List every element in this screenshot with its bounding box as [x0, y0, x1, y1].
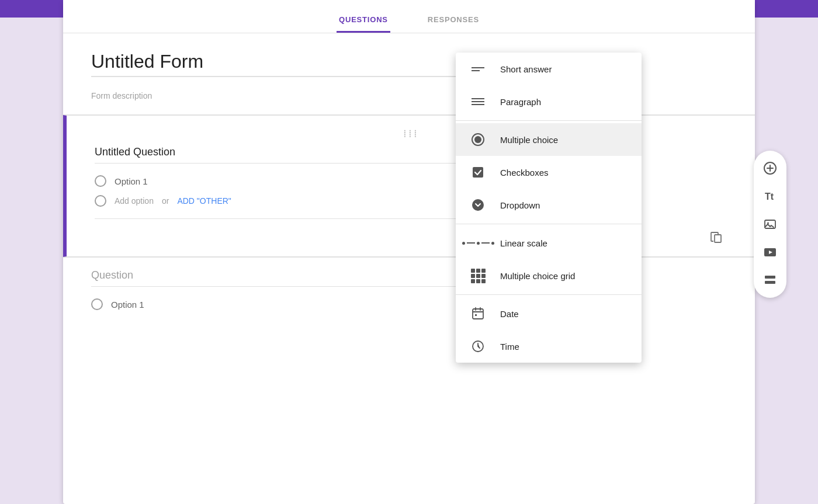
svg-rect-14: [765, 276, 775, 279]
tab-bar: QUESTIONS RESPONSES: [63, 0, 755, 33]
dropdown-label-time: Time: [500, 342, 519, 352]
svg-point-2: [474, 136, 481, 143]
dropdown-item-dropdown[interactable]: Dropdown: [456, 189, 642, 221]
svg-point-11: [767, 223, 769, 224]
dropdown-item-time[interactable]: Time: [456, 330, 642, 363]
linear-scale-icon: [470, 235, 486, 251]
dropdown-item-multiple-choice[interactable]: Multiple choice: [456, 123, 642, 156]
add-other-link[interactable]: ADD "OTHER": [177, 196, 231, 206]
paragraph-icon: [470, 93, 486, 110]
add-video-button[interactable]: [757, 239, 783, 265]
dropdown-item-date[interactable]: Date: [456, 297, 642, 330]
question-type-dropdown: Short answer Paragraph Multiple choice: [456, 53, 642, 363]
radio-add-option: [95, 195, 106, 207]
dropdown-label-linear-scale: Linear scale: [500, 238, 547, 248]
svg-rect-3: [473, 167, 483, 178]
copy-button[interactable]: [706, 226, 727, 247]
svg-rect-0: [715, 235, 721, 242]
inactive-option-label-1: Option 1: [111, 300, 144, 310]
question-card-inactive: Question Option 1: [63, 257, 755, 336]
dropdown-item-checkboxes[interactable]: Checkboxes: [456, 156, 642, 189]
dropdown-item-grid[interactable]: Multiple choice grid: [456, 259, 642, 292]
dropdown-label-paragraph: Paragraph: [500, 97, 541, 107]
add-option-text[interactable]: Add option: [115, 196, 154, 206]
tab-responses[interactable]: RESPONSES: [425, 8, 481, 33]
right-toolbar: Tt: [754, 151, 786, 298]
form-header: Untitled Form Form description: [63, 33, 755, 115]
inactive-radio-option-1: [91, 298, 103, 310]
tab-questions[interactable]: QUESTIONS: [337, 8, 390, 33]
dropdown-divider-2: [456, 224, 642, 224]
add-question-button[interactable]: [757, 155, 783, 181]
svg-point-4: [472, 199, 484, 211]
checkboxes-icon: [470, 164, 486, 180]
add-section-button[interactable]: [757, 267, 783, 293]
time-icon: [470, 338, 486, 354]
radio-option-1: [95, 175, 106, 187]
svg-rect-5: [473, 309, 483, 319]
svg-text:Tt: Tt: [765, 192, 774, 201]
add-image-button[interactable]: [757, 211, 783, 237]
dropdown-label-grid: Multiple choice grid: [500, 271, 575, 281]
dropdown-label-short-answer: Short answer: [500, 64, 552, 74]
question-card-active: ⁞⁞⁞ Untitled Question Option 1 Add optio…: [63, 115, 755, 257]
dropdown-item-paragraph[interactable]: Paragraph: [456, 85, 642, 118]
svg-rect-6: [475, 314, 477, 316]
dropdown-label-date: Date: [500, 309, 519, 319]
short-answer-icon: [470, 61, 486, 77]
dropdown-divider-3: [456, 294, 642, 295]
dropdown-item-short-answer[interactable]: Short answer: [456, 53, 642, 85]
add-option-or: or: [162, 196, 169, 206]
svg-rect-15: [765, 281, 775, 284]
grid-icon: [470, 267, 486, 284]
main-card: QUESTIONS RESPONSES Untitled Form Form d…: [63, 0, 755, 504]
dropdown-divider-1: [456, 120, 642, 121]
dropdown-label-dropdown: Dropdown: [500, 200, 540, 210]
dropdown-label-checkboxes: Checkboxes: [500, 168, 549, 178]
option-label-1: Option 1: [115, 176, 148, 186]
date-icon: [470, 305, 486, 322]
dropdown-label-multiple-choice: Multiple choice: [500, 135, 558, 145]
multiple-choice-icon: [470, 131, 486, 148]
dropdown-item-linear-scale[interactable]: Linear scale: [456, 227, 642, 259]
add-title-button[interactable]: Tt: [757, 183, 783, 209]
dropdown-icon: [470, 197, 486, 213]
